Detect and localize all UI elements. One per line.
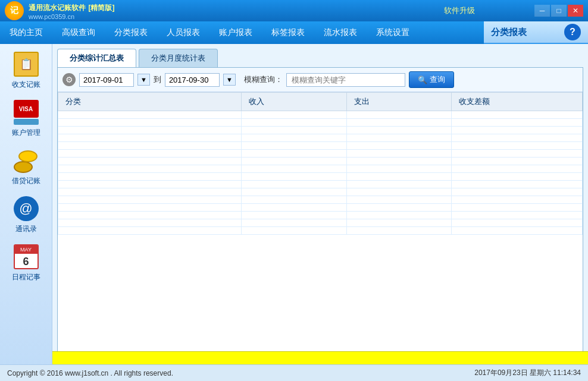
fuzzy-label: 模糊查询：: [244, 74, 283, 85]
data-table: 分类 收入 支出 收支差额: [58, 92, 583, 235]
sidebar-item-income-expense[interactable]: 📋 收支记账: [2, 46, 50, 93]
coins-icon: [12, 146, 40, 175]
tab-bar: 分类综计汇总表 分类月度统计表: [52, 44, 588, 67]
nav-item-account-report[interactable]: 账户报表: [209, 21, 262, 44]
table-row: [58, 188, 583, 196]
at-icon: @: [12, 194, 40, 223]
sidebar-label-loan-record: 借贷记账: [12, 176, 40, 186]
table-row: [58, 127, 583, 134]
app-title: 通用流水记账软件 [精简版]: [29, 2, 114, 13]
app-url: www.pc0359.cn: [29, 13, 114, 20]
col-header-income: 收入: [242, 93, 346, 111]
sidebar-item-schedule[interactable]: MAY 6 日程记事: [2, 239, 50, 286]
table-row: [58, 219, 583, 227]
nav-item-tag-report[interactable]: 标签报表: [262, 21, 314, 44]
table-row: [58, 181, 583, 188]
minimize-button[interactable]: ─: [534, 5, 550, 17]
table-row: [58, 227, 583, 235]
col-header-diff: 收支差额: [451, 93, 582, 111]
sidebar-item-account-mgr[interactable]: VISA 账户管理: [2, 95, 50, 141]
nav-badge: 分类报表 ?: [484, 21, 588, 44]
datetime-label: 2017年09月23日 星期六 11:14:34: [474, 368, 581, 378]
app-logo: 记: [5, 1, 24, 20]
table-row: [58, 196, 583, 204]
calendar-to-button[interactable]: ▼: [223, 74, 236, 86]
table-row: [58, 204, 583, 212]
nav-item-home[interactable]: 我的主页: [0, 21, 52, 44]
table-row: [58, 150, 583, 158]
copyright-label: Copyright © 2016 www.j1soft.cn . All rig…: [7, 369, 173, 377]
nav-item-category-report[interactable]: 分类报表: [105, 21, 157, 44]
table-row: [58, 119, 583, 127]
calendar-icon: MAY 6: [12, 243, 40, 271]
sidebar-item-loan-record[interactable]: 借贷记账: [2, 143, 50, 190]
fuzzy-search-input[interactable]: [286, 73, 405, 87]
maximize-button[interactable]: □: [551, 5, 567, 17]
sidebar: 📋 收支记账 VISA 账户管理 借贷记账 @: [0, 44, 52, 365]
toolbar: ⚙ ▼ 到 ▼ 模糊查询： 🔍 查询: [58, 68, 583, 92]
notebook-icon: 📋: [12, 50, 40, 78]
close-button[interactable]: ✕: [568, 5, 583, 17]
calendar-from-button[interactable]: ▼: [137, 74, 150, 86]
sidebar-label-account-mgr: 账户管理: [12, 128, 40, 138]
yellow-bar: [52, 351, 588, 364]
sidebar-item-contacts[interactable]: @ 通讯录: [2, 191, 50, 238]
table-row: [58, 142, 583, 150]
nav-item-flow-report[interactable]: 流水报表: [314, 21, 367, 44]
table-row: [58, 158, 583, 165]
main-content: 分类综计汇总表 分类月度统计表 ⚙ ▼ 到 ▼ 模糊查询： 🔍 查询 分类 收入: [52, 44, 588, 365]
sidebar-label-contacts: 通讯录: [15, 224, 37, 234]
nav-item-person-report[interactable]: 人员报表: [157, 21, 209, 44]
nav-item-advanced-query[interactable]: 高级查询: [52, 21, 105, 44]
help-icon[interactable]: ?: [564, 24, 581, 40]
date-to-input[interactable]: [165, 73, 220, 87]
search-icon: 🔍: [418, 75, 427, 84]
title-bar: 记 通用流水记账软件 [精简版] www.pc0359.cn 软件升级 ─ □ …: [0, 0, 588, 21]
content-panel: ⚙ ▼ 到 ▼ 模糊查询： 🔍 查询 分类 收入 支出 收支差额: [57, 67, 583, 352]
table-row: [58, 173, 583, 181]
upgrade-label[interactable]: 软件升级: [444, 5, 475, 16]
status-bar: Copyright © 2016 www.j1soft.cn . All rig…: [0, 364, 588, 381]
sidebar-label-income-expense: 收支记账: [12, 80, 40, 90]
col-header-expense: 支出: [346, 93, 451, 111]
table-row: [58, 212, 583, 219]
table-row: [58, 111, 583, 119]
to-label: 到: [154, 74, 161, 85]
sidebar-label-schedule: 日程记事: [12, 272, 40, 282]
tab-monthly[interactable]: 分类月度统计表: [139, 49, 218, 67]
nav-badge-label: 分类报表: [491, 27, 527, 38]
col-header-category: 分类: [58, 93, 242, 111]
nav-item-system-settings[interactable]: 系统设置: [367, 21, 419, 44]
title-bar-left: 记 通用流水记账软件 [精简版] www.pc0359.cn: [5, 1, 114, 20]
settings-icon[interactable]: ⚙: [62, 73, 76, 86]
table-row: [58, 165, 583, 173]
search-button[interactable]: 🔍 查询: [409, 71, 454, 88]
table-body: [58, 111, 583, 235]
date-from-input[interactable]: [79, 73, 134, 87]
table-row: [58, 134, 583, 142]
table-header-row: 分类 收入 支出 收支差额: [58, 93, 583, 111]
window-controls: ─ □ ✕: [534, 5, 583, 17]
tab-summary[interactable]: 分类综计汇总表: [57, 49, 136, 67]
card-icon: VISA: [12, 98, 40, 127]
